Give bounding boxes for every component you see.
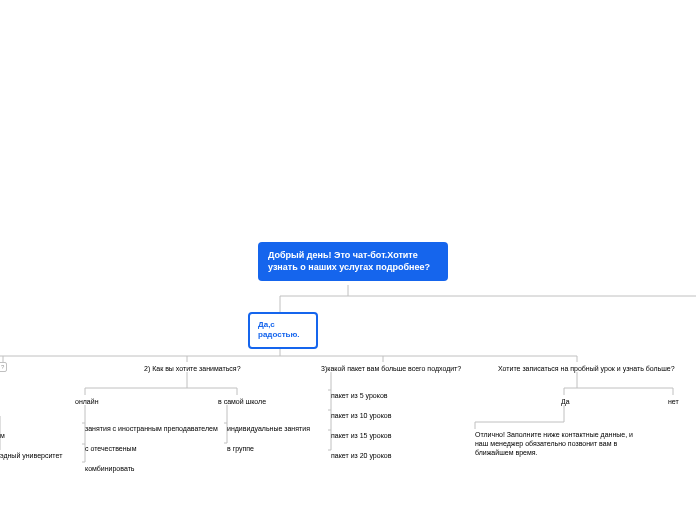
cut-frag-1: м xyxy=(0,431,5,440)
q3-node[interactable]: 3)какой пакет вам больше всего подходит? xyxy=(321,364,461,373)
yes-node[interactable]: Да,с радостью. xyxy=(248,312,318,349)
q2-online-local[interactable]: с отечественым xyxy=(85,444,136,453)
q1-cut: ? xyxy=(0,362,7,372)
q3-pack10[interactable]: пакет из 10 уроков xyxy=(331,411,391,420)
q2-school-group[interactable]: в группе xyxy=(227,444,254,453)
root-node[interactable]: Добрый день! Это чат-бот.Хотите узнать о… xyxy=(258,242,448,281)
q2-online[interactable]: онлайн xyxy=(75,397,99,406)
q4-yes-text: Отлично! Заполните ниже контактные данны… xyxy=(475,430,648,457)
q4-yes[interactable]: Да xyxy=(561,397,570,406)
q4-node[interactable]: Хотите записаться на пробный урок и узна… xyxy=(498,364,675,373)
q3-pack5[interactable]: пакет из 5 уроков xyxy=(331,391,388,400)
q2-online-foreign[interactable]: занятия с иностранным преподавателем xyxy=(85,424,218,433)
q2-school[interactable]: в самой школе xyxy=(218,397,266,406)
q3-pack15[interactable]: пакет из 15 уроков xyxy=(331,431,391,440)
q2-online-combine[interactable]: комбинировать xyxy=(85,464,134,473)
cut-frag-2: эдный университет xyxy=(0,451,62,460)
q2-school-individual[interactable]: индивидуальные занятия xyxy=(227,424,310,433)
q2-node[interactable]: 2) Как вы хотите заниматься? xyxy=(144,364,241,373)
q4-no[interactable]: нет xyxy=(668,397,679,406)
q3-pack20[interactable]: пакет из 20 уроков xyxy=(331,451,391,460)
